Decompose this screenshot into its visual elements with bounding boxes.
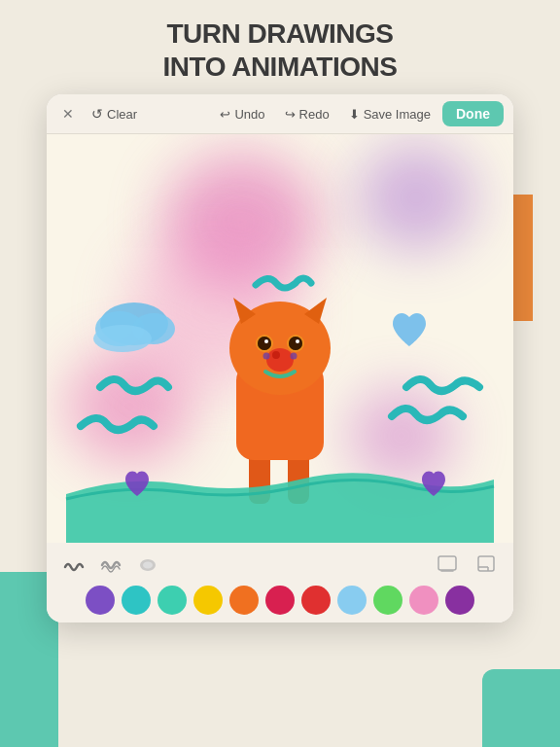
drawing-canvas[interactable] [47, 134, 513, 543]
svg-point-21 [272, 351, 280, 359]
eraser-tool[interactable] [132, 551, 163, 578]
svg-point-19 [296, 339, 299, 343]
save-button[interactable]: ⬇ Save Image [341, 103, 438, 125]
color-swatch-red[interactable] [301, 586, 331, 615]
color-swatch-yellow[interactable] [193, 586, 223, 615]
color-palette [58, 586, 502, 615]
svg-point-3 [93, 325, 152, 352]
color-swatch-green[interactable] [373, 586, 402, 615]
color-swatch-light-blue[interactable] [337, 586, 367, 615]
sticker-icon [474, 553, 498, 575]
undo-icon: ↩ [220, 107, 230, 122]
clear-button[interactable]: ↺ Clear [84, 102, 145, 125]
color-swatch-cyan[interactable] [122, 586, 151, 615]
svg-point-22 [263, 353, 270, 360]
tool-row [58, 551, 502, 578]
page-title: TURN DRAWINGS INTO ANIMATIONS [163, 0, 398, 94]
brush2-tool[interactable] [95, 551, 126, 578]
layers-icon [436, 553, 459, 575]
svg-point-16 [258, 337, 271, 350]
svg-point-20 [266, 348, 294, 372]
eraser-icon [137, 555, 158, 573]
toolbar: ✕ ↺ Clear ↩ Undo ↪ Redo ⬇ Save Image [47, 94, 513, 134]
redo-icon: ↪ [285, 107, 296, 122]
color-swatch-purple[interactable] [86, 586, 115, 615]
color-swatch-pink[interactable] [409, 586, 438, 615]
refresh-icon: ↺ [91, 106, 103, 122]
color-swatch-orange[interactable] [229, 586, 259, 615]
wave-icon [100, 555, 122, 573]
svg-rect-26 [438, 556, 456, 570]
tool-icons [58, 551, 163, 578]
svg-point-23 [291, 353, 298, 360]
layers-button[interactable] [432, 551, 463, 578]
done-button[interactable]: Done [442, 101, 504, 126]
svg-point-17 [289, 337, 302, 350]
svg-rect-27 [478, 556, 494, 571]
redo-button[interactable]: ↪ Redo [277, 103, 337, 125]
svg-point-25 [143, 562, 153, 569]
close-button[interactable]: ✕ [56, 102, 80, 125]
squiggle-icon [63, 555, 85, 573]
save-icon: ⬇ [349, 107, 360, 122]
color-swatch-dark-purple[interactable] [445, 586, 474, 615]
svg-point-18 [264, 339, 268, 343]
color-swatch-teal[interactable] [158, 586, 187, 615]
color-swatch-crimson[interactable] [265, 586, 295, 615]
sticker-button[interactable] [471, 551, 502, 578]
undo-button[interactable]: ↩ Undo [212, 103, 272, 125]
bottom-toolbar [47, 543, 513, 622]
app-window: ✕ ↺ Clear ↩ Undo ↪ Redo ⬇ Save Image [47, 94, 513, 622]
brush1-tool[interactable] [58, 551, 89, 578]
